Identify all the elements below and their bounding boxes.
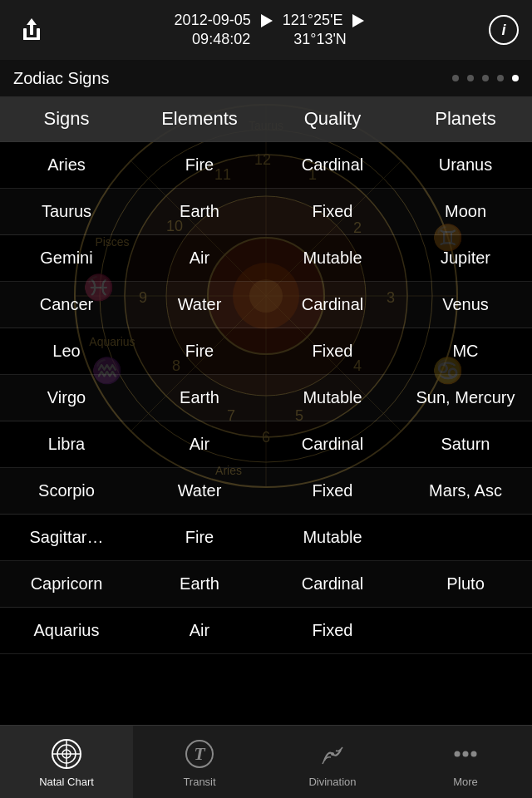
cell-quality: Fixed bbox=[266, 621, 399, 640]
cell-sign: Cancer bbox=[0, 295, 133, 314]
cell-element: Fire bbox=[133, 342, 266, 361]
longitude-display: 121°25'E bbox=[283, 12, 343, 29]
cell-quality: Mutable bbox=[266, 528, 399, 547]
cell-planets bbox=[399, 528, 532, 547]
table-row: Leo Fire Fixed MC bbox=[0, 328, 532, 375]
page-title: Zodiac Signs bbox=[13, 69, 110, 88]
cell-quality: Mutable bbox=[266, 249, 399, 268]
header-elements: Elements bbox=[133, 108, 266, 130]
center-info: 2012-09-05 121°25'E 09:48:02 31°13'N bbox=[175, 12, 365, 48]
svg-point-45 bbox=[463, 751, 469, 757]
cell-quality: Cardinal bbox=[266, 155, 399, 175]
page-dots bbox=[452, 75, 519, 81]
natal-chart-icon bbox=[48, 736, 85, 772]
dot-5 bbox=[512, 75, 519, 81]
play-button-2[interactable] bbox=[352, 14, 364, 27]
cell-planets bbox=[399, 621, 532, 640]
table-row: Aquarius Air Fixed bbox=[0, 608, 532, 654]
nav-divination[interactable]: Divination bbox=[266, 726, 399, 798]
cell-planets: Pluto bbox=[399, 574, 532, 594]
header-quality: Quality bbox=[266, 108, 399, 130]
cell-sign: Scorpio bbox=[0, 481, 133, 500]
cell-element: Fire bbox=[133, 528, 266, 547]
more-icon bbox=[447, 736, 484, 772]
latitude-display: 31°13'N bbox=[293, 31, 347, 48]
svg-rect-35 bbox=[30, 23, 33, 35]
svg-point-46 bbox=[471, 751, 477, 757]
nav-more[interactable]: More bbox=[399, 726, 532, 798]
cell-quality: Mutable bbox=[266, 388, 399, 407]
table-row: Capricorn Earth Cardinal Pluto bbox=[0, 561, 532, 608]
play-button-1[interactable] bbox=[261, 14, 273, 27]
date-display: 2012-09-05 bbox=[175, 12, 251, 29]
header-signs: Signs bbox=[0, 108, 133, 130]
cell-element: Earth bbox=[133, 388, 266, 407]
cell-planets: Mars, Asc bbox=[399, 481, 532, 500]
cell-element: Air bbox=[133, 621, 266, 640]
cell-sign: Virgo bbox=[0, 388, 133, 407]
svg-rect-33 bbox=[23, 37, 40, 40]
cell-planets: Venus bbox=[399, 295, 532, 314]
cell-element: Fire bbox=[133, 155, 266, 175]
cell-sign: Taurus bbox=[0, 202, 133, 221]
cell-quality: Fixed bbox=[266, 342, 399, 361]
table-row: Taurus Earth Fixed Moon bbox=[0, 189, 532, 235]
share-icon[interactable] bbox=[13, 12, 50, 48]
cell-planets: Sun, Mercury bbox=[399, 388, 532, 407]
cell-element: Water bbox=[133, 481, 266, 500]
cell-sign: Gemini bbox=[0, 249, 133, 268]
table-headers: Signs Elements Quality Planets bbox=[0, 96, 532, 142]
table-row: Scorpio Water Fixed Mars, Asc bbox=[0, 468, 532, 515]
dot-2 bbox=[467, 75, 474, 81]
dot-3 bbox=[482, 75, 489, 81]
cell-sign: Aries bbox=[0, 155, 133, 175]
cell-sign: Aquarius bbox=[0, 621, 133, 640]
nav-natal-chart[interactable]: Natal Chart bbox=[0, 726, 133, 798]
nav-transit[interactable]: T Transit bbox=[133, 726, 266, 798]
table-row: Gemini Air Mutable Jupiter bbox=[0, 235, 532, 282]
cell-quality: Cardinal bbox=[266, 574, 399, 594]
cell-sign: Sagittar… bbox=[0, 528, 133, 547]
cell-element: Water bbox=[133, 295, 266, 314]
bottom-navigation: Natal Chart T Transit Divination bbox=[0, 725, 532, 798]
cell-element: Air bbox=[133, 435, 266, 454]
cell-planets: Moon bbox=[399, 202, 532, 221]
table-row: Libra Air Cardinal Saturn bbox=[0, 421, 532, 468]
cell-quality: Fixed bbox=[266, 481, 399, 500]
header-planets: Planets bbox=[399, 108, 532, 130]
status-bar: 2012-09-05 121°25'E 09:48:02 31°13'N i bbox=[0, 0, 532, 60]
svg-point-43 bbox=[331, 752, 334, 756]
cell-sign: Leo bbox=[0, 342, 133, 361]
dot-4 bbox=[497, 75, 504, 81]
cell-quality: Cardinal bbox=[266, 435, 399, 454]
table-row: Cancer Water Cardinal Venus bbox=[0, 282, 532, 328]
transit-icon: T bbox=[181, 736, 218, 772]
cell-planets: Jupiter bbox=[399, 249, 532, 268]
dot-1 bbox=[452, 75, 459, 81]
table-row: Aries Fire Cardinal Uranus bbox=[0, 142, 532, 189]
cell-planets: Saturn bbox=[399, 435, 532, 454]
info-icon[interactable]: i bbox=[489, 15, 519, 45]
cell-sign: Libra bbox=[0, 435, 133, 454]
table-row: Virgo Earth Mutable Sun, Mercury bbox=[0, 375, 532, 421]
transit-label: Transit bbox=[183, 776, 215, 788]
svg-text:T: T bbox=[194, 743, 206, 764]
time-display: 09:48:02 bbox=[192, 31, 250, 48]
cell-quality: Cardinal bbox=[266, 295, 399, 314]
divination-icon bbox=[314, 736, 351, 772]
cell-planets: Uranus bbox=[399, 155, 532, 175]
cell-element: Air bbox=[133, 249, 266, 268]
table-row: Sagittar… Fire Mutable bbox=[0, 515, 532, 561]
cell-element: Earth bbox=[133, 574, 266, 594]
page-indicator: Zodiac Signs bbox=[0, 60, 532, 96]
svg-point-44 bbox=[455, 751, 461, 757]
cell-planets: MC bbox=[399, 342, 532, 361]
cell-quality: Fixed bbox=[266, 202, 399, 221]
cell-sign: Capricorn bbox=[0, 574, 133, 594]
divination-label: Divination bbox=[308, 776, 356, 788]
more-label: More bbox=[453, 776, 478, 788]
zodiac-table: Aries Fire Cardinal Uranus Taurus Earth … bbox=[0, 142, 532, 654]
natal-chart-label: Natal Chart bbox=[39, 776, 94, 788]
cell-element: Earth bbox=[133, 202, 266, 221]
